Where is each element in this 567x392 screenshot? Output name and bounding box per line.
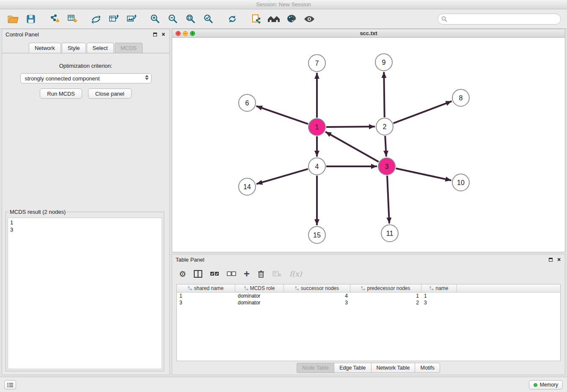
tab-edge-table[interactable]: Edge Table <box>334 363 371 373</box>
float-table-panel-icon[interactable] <box>548 257 553 262</box>
tab-mcds[interactable]: MCDS <box>115 43 143 53</box>
delete-table-icon <box>272 271 282 277</box>
function-builder-button[interactable]: f(x) <box>289 270 302 278</box>
mcds-result-list[interactable]: 1 3 <box>8 218 162 369</box>
close-panel-button[interactable]: Close panel <box>88 88 132 99</box>
graphics-details-button[interactable] <box>300 11 318 28</box>
float-panel-icon[interactable] <box>152 32 157 37</box>
graph-node-2[interactable]: 2 <box>376 118 393 135</box>
graph-node-4[interactable]: 4 <box>308 158 325 175</box>
paint-palette-icon <box>286 14 297 25</box>
tab-motifs[interactable]: Motifs <box>415 363 440 373</box>
graph-node-label: 15 <box>313 232 321 239</box>
close-table-panel-icon[interactable]: × <box>556 257 561 262</box>
clone-network-button[interactable] <box>247 11 265 28</box>
table-cell: 1 <box>350 293 421 299</box>
graph-edge-3-11[interactable] <box>387 176 389 224</box>
graph-node-11[interactable]: 11 <box>381 225 398 242</box>
import-table-button[interactable] <box>63 11 81 28</box>
tab-select[interactable]: Select <box>87 43 114 53</box>
tab-style[interactable]: Style <box>62 43 86 53</box>
tab-network[interactable]: Network <box>29 43 61 53</box>
network-view-window: × − + scc.txt 7968124314101511 <box>172 29 565 252</box>
zoom-in-button[interactable] <box>146 11 164 28</box>
table-cell: 4 <box>284 293 350 299</box>
graph-node-15[interactable]: 15 <box>308 226 325 243</box>
show-columns-button[interactable] <box>194 270 202 278</box>
column-header-label: shared name <box>194 285 223 291</box>
close-window-button[interactable]: × <box>176 31 181 36</box>
export-table-button[interactable] <box>105 11 123 28</box>
table-cell: 3 <box>177 299 235 306</box>
network-window-titlebar[interactable]: × − + scc.txt <box>172 29 565 38</box>
close-panel-icon[interactable]: × <box>161 32 166 37</box>
table-cell: dominator <box>235 293 284 299</box>
optimization-criterion-label: Optimization criterion: <box>2 63 169 69</box>
column-header-shared-name[interactable]: shared name <box>177 284 235 292</box>
style-paint-button[interactable] <box>283 11 300 28</box>
table-settings-button[interactable]: ⚙ <box>179 269 186 279</box>
memory-button[interactable]: Memory <box>529 380 563 389</box>
graph-node-7[interactable]: 7 <box>308 55 325 72</box>
tab-network-table[interactable]: Network Table <box>371 363 416 373</box>
tab-node-table[interactable]: Node Table <box>297 363 334 373</box>
main-toolbar <box>0 9 567 29</box>
control-panel-header: Control Panel × <box>2 29 169 39</box>
unchecked-boxes-icon <box>227 271 236 276</box>
refresh-button[interactable] <box>223 11 241 28</box>
session-title: Session: New Session <box>256 1 311 8</box>
graph-edge-2-3[interactable] <box>385 136 386 157</box>
table-row[interactable]: 3dominator323 <box>177 299 560 306</box>
zoom-fit-icon <box>185 14 196 25</box>
add-column-button[interactable]: + <box>244 270 250 278</box>
graph-edge-1-6[interactable] <box>256 106 308 124</box>
network-canvas[interactable]: 7968124314101511 <box>172 38 565 252</box>
export-network-button[interactable] <box>87 11 105 28</box>
column-header-MCDS-role[interactable]: MCDS role <box>235 284 284 292</box>
open-session-button[interactable] <box>4 11 22 28</box>
column-header-successor-nodes[interactable]: successor nodes <box>284 284 350 292</box>
graph-edge-1-2[interactable] <box>326 127 375 127</box>
graph-node-6[interactable]: 6 <box>239 94 256 111</box>
zoom-window-button[interactable]: + <box>190 31 195 36</box>
graph-edge-2-9[interactable] <box>384 72 384 117</box>
column-header-predecessor-nodes[interactable]: predecessor nodes <box>350 284 421 292</box>
graph-node-14[interactable]: 14 <box>239 178 256 195</box>
graph-node-10[interactable]: 10 <box>452 174 469 191</box>
graph-node-1[interactable]: 1 <box>308 119 325 135</box>
graph-node-8[interactable]: 8 <box>452 89 469 106</box>
column-header-label: MCDS role <box>250 285 275 291</box>
mcds-result-title: MCDS result (2 nodes) <box>8 209 67 215</box>
zoom-selected-button[interactable] <box>200 11 217 28</box>
table-row[interactable]: 1dominator411 <box>177 293 560 299</box>
network-graph[interactable]: 7968124314101511 <box>172 38 565 252</box>
import-network-button[interactable] <box>46 11 63 28</box>
run-mcds-button[interactable]: Run MCDS <box>40 88 82 99</box>
table-panel-header: Table Panel × <box>172 254 565 265</box>
graph-node-label: 3 <box>385 163 389 170</box>
graph-edge-3-10[interactable] <box>396 168 451 180</box>
export-image-button[interactable] <box>123 11 140 28</box>
select-all-rows-button[interactable] <box>210 271 219 276</box>
graph-node-9[interactable]: 9 <box>375 54 392 71</box>
graph-edge-4-14[interactable] <box>256 169 308 184</box>
search-box[interactable] <box>438 14 561 25</box>
zoom-fit-button[interactable] <box>182 11 200 28</box>
control-panel: Control Panel × Network Style Select MCD… <box>2 29 170 375</box>
list-icon <box>7 383 13 387</box>
column-header-name[interactable]: name <box>421 284 457 292</box>
delete-table-button[interactable] <box>272 271 282 277</box>
graph-edge-2-8[interactable] <box>394 101 452 123</box>
save-session-button[interactable] <box>22 11 40 28</box>
sort-icon <box>295 286 299 290</box>
zoom-out-button[interactable] <box>164 11 182 28</box>
minimize-window-button[interactable]: − <box>183 31 188 36</box>
task-history-button[interactable] <box>4 380 16 389</box>
search-input[interactable] <box>447 15 557 22</box>
delete-column-button[interactable] <box>257 270 265 278</box>
graph-edge-3-1[interactable] <box>325 132 379 162</box>
graph-node-3[interactable]: 3 <box>378 158 395 175</box>
deselect-all-rows-button[interactable] <box>227 271 236 276</box>
home-button[interactable] <box>265 11 283 28</box>
optimization-criterion-select[interactable]: strongly connected component <box>20 73 151 83</box>
